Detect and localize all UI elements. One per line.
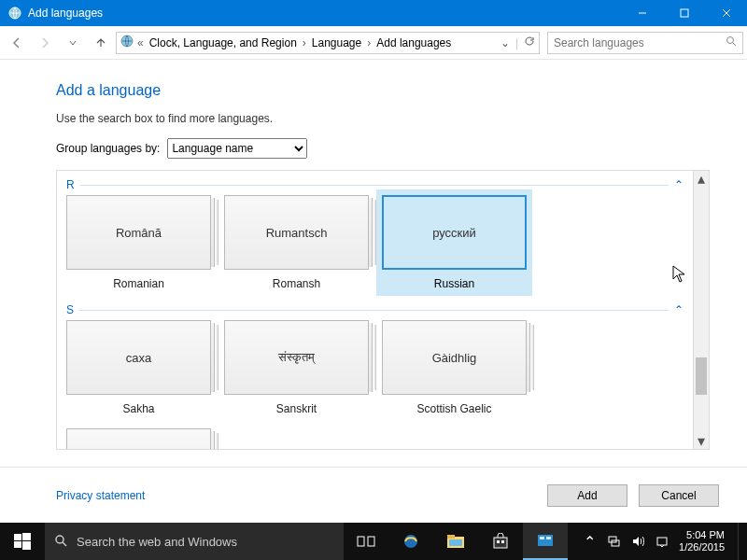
navbar: « Clock, Language, and Region › Language… [0, 26, 747, 60]
chevron-right-icon: › [301, 36, 308, 49]
taskbar-clock[interactable]: 5:04 PM 1/26/2015 [679, 529, 728, 553]
taskbar-app-ie[interactable] [388, 523, 433, 560]
svg-rect-21 [497, 540, 500, 543]
close-button[interactable] [705, 0, 747, 26]
scroll-down-icon[interactable]: ▾ [694, 433, 709, 449]
maximize-button[interactable] [663, 0, 705, 26]
control-panel-icon [6, 4, 24, 22]
show-desktop-button[interactable] [738, 523, 743, 560]
add-button[interactable]: Add [547, 484, 627, 507]
svg-rect-22 [501, 540, 504, 543]
svg-rect-11 [22, 541, 31, 550]
recent-dropdown[interactable] [60, 30, 86, 56]
taskbar-app-control-panel[interactable] [523, 523, 568, 560]
svg-rect-18 [447, 535, 455, 539]
page-hint: Use the search box to find more language… [56, 112, 710, 125]
language-tile[interactable]: Română Romanian [66, 195, 211, 290]
svg-point-16 [404, 535, 417, 548]
window-title: Add languages [28, 7, 621, 20]
cancel-button[interactable]: Cancel [639, 484, 719, 507]
svg-point-6 [727, 37, 734, 44]
notifications-icon[interactable] [655, 534, 669, 549]
start-button[interactable] [0, 523, 45, 560]
language-tile[interactable]: Rumantsch Romansh [224, 195, 369, 290]
svg-rect-19 [449, 539, 462, 546]
up-button[interactable] [88, 30, 114, 56]
group-header[interactable]: R ⌃ [66, 178, 684, 191]
footer: Privacy statement Add Cancel [0, 467, 747, 523]
svg-rect-28 [657, 538, 667, 545]
language-tile[interactable]: Gàidhlig Scottish Gaelic [382, 320, 527, 415]
chevron-right-icon: › [365, 36, 373, 49]
svg-rect-26 [609, 537, 616, 542]
taskbar-app-store[interactable] [478, 523, 523, 560]
volume-icon[interactable] [630, 534, 645, 549]
svg-line-13 [63, 542, 66, 546]
privacy-link[interactable]: Privacy statement [56, 489, 145, 502]
group-by-label: Group languages by: [56, 142, 160, 155]
system-tray: ⌃ 5:04 PM 1/26/2015 [582, 523, 747, 560]
scroll-up-icon[interactable]: ▴ [694, 171, 709, 187]
tray-overflow-icon[interactable]: ⌃ [582, 534, 597, 549]
taskbar-search-placeholder: Search the web and Windows [77, 535, 237, 549]
language-tile[interactable]: српски Serbian (Cyrillic) [66, 428, 211, 449]
search-input[interactable] [554, 36, 726, 49]
svg-line-7 [733, 43, 736, 46]
collapse-icon[interactable]: ⌃ [674, 178, 684, 191]
svg-rect-23 [538, 535, 553, 546]
language-tile[interactable]: саха Sakha [66, 320, 211, 415]
svg-rect-27 [612, 540, 619, 546]
svg-rect-20 [494, 538, 507, 548]
language-tile[interactable]: संस्कृतम् Sanskrit [224, 320, 369, 415]
svg-rect-15 [368, 537, 374, 546]
group-header[interactable]: S ⌃ [66, 303, 684, 316]
svg-rect-9 [22, 533, 31, 540]
language-list: R ⌃ Română Romanian Rumantsch Romansh ру… [56, 170, 710, 450]
search-icon [54, 534, 67, 550]
svg-rect-2 [681, 9, 688, 17]
collapse-icon[interactable]: ⌃ [674, 303, 684, 316]
taskbar-app-explorer[interactable] [433, 523, 478, 560]
breadcrumb-item[interactable]: Language [310, 36, 363, 49]
scroll-thumb[interactable] [696, 357, 707, 395]
titlebar: Add languages [0, 0, 747, 26]
taskbar-search[interactable]: Search the web and Windows [45, 523, 344, 560]
taskbar: Search the web and Windows ⌃ 5:04 PM 1/2… [0, 523, 747, 560]
content-area: Add a language Use the search box to fin… [0, 60, 747, 467]
svg-rect-8 [14, 534, 21, 540]
breadcrumb-overflow[interactable]: « [135, 36, 146, 49]
svg-rect-10 [14, 541, 21, 548]
svg-point-12 [56, 536, 63, 543]
breadcrumb-item[interactable]: Clock, Language, and Region [148, 36, 299, 49]
address-dropdown[interactable]: ⌄ [500, 36, 510, 49]
address-bar[interactable]: « Clock, Language, and Region › Language… [116, 32, 540, 54]
control-panel-icon [120, 35, 134, 50]
scrollbar[interactable]: ▴ ▾ [693, 171, 709, 449]
page-title: Add a language [56, 82, 710, 99]
forward-button[interactable] [32, 30, 58, 56]
breadcrumb-item[interactable]: Add languages [374, 36, 453, 49]
refresh-button[interactable] [524, 35, 535, 49]
svg-rect-25 [546, 537, 551, 539]
language-tile-selected[interactable]: русский Russian [382, 195, 527, 290]
svg-rect-24 [540, 537, 544, 539]
search-icon[interactable] [726, 35, 737, 49]
minimize-button[interactable] [621, 0, 663, 26]
group-by-select[interactable]: Language name [167, 138, 307, 159]
search-box[interactable] [547, 32, 743, 54]
network-icon[interactable] [606, 534, 621, 549]
back-button[interactable] [4, 30, 30, 56]
task-view-button[interactable] [344, 523, 388, 560]
svg-rect-14 [358, 537, 364, 546]
